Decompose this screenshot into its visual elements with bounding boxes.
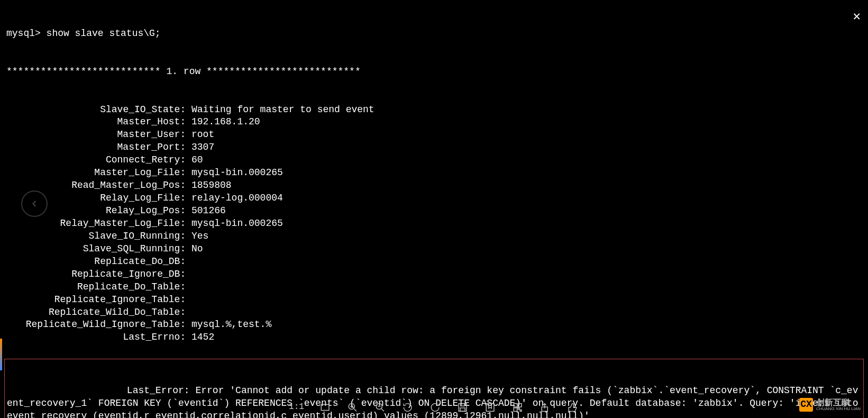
- status-label: Replicate_Wild_Do_Table:: [6, 306, 191, 319]
- status-label: Relay_Master_Log_File:: [6, 217, 191, 230]
- status-value: 60: [191, 154, 862, 167]
- mysql-prompt: mysql> show slave status\G;: [6, 28, 862, 40]
- status-value: Yes: [191, 230, 862, 243]
- status-label: Master_Host:: [6, 116, 191, 129]
- status-row: Master_Port: 3307: [6, 141, 862, 154]
- svg-rect-11: [520, 410, 522, 412]
- bookmark-icon[interactable]: [484, 401, 497, 414]
- status-row: Replicate_Ignore_DB:: [6, 268, 862, 281]
- status-value: [191, 256, 862, 268]
- status-row: Replicate_Do_Table:: [6, 281, 862, 294]
- fullscreen-icon[interactable]: [319, 401, 332, 414]
- status-row: Slave_IO_State: Waiting for master to se…: [6, 104, 862, 116]
- status-label: Replicate_Do_Table:: [6, 281, 191, 294]
- status-value: mysql-bin.000265: [191, 217, 862, 230]
- status-label: Master_Log_File:: [6, 167, 191, 179]
- status-label: Master_Port:: [6, 141, 191, 154]
- status-label: Slave_IO_State:: [6, 104, 191, 116]
- svg-rect-5: [460, 408, 465, 411]
- svg-rect-7: [514, 404, 517, 407]
- rotate-right-icon[interactable]: [429, 401, 442, 414]
- status-label: Slave_IO_Running:: [6, 230, 191, 243]
- svg-rect-4: [461, 404, 464, 406]
- status-row: Replicate_Wild_Ignore_Table: mysql.%,tes…: [6, 319, 862, 331]
- svg-rect-8: [518, 404, 522, 407]
- status-label: Replicate_Ignore_Table:: [6, 294, 191, 306]
- status-value: 501266: [191, 205, 862, 217]
- status-row: Read_Master_Log_Pos: 1859808: [6, 179, 862, 192]
- status-value: relay-log.000004: [191, 192, 862, 205]
- logo-mark: CX: [799, 398, 813, 412]
- status-row: Slave_SQL_Running: No: [6, 243, 862, 256]
- svg-rect-0: [322, 405, 330, 411]
- status-row: Relay_Log_Pos: 501266: [6, 205, 862, 217]
- share-icon[interactable]: [539, 401, 552, 414]
- status-value: [191, 281, 862, 294]
- save-icon[interactable]: [456, 401, 469, 414]
- status-label: Replicate_Wild_Ignore_Table:: [6, 319, 191, 331]
- like-icon[interactable]: [567, 401, 579, 414]
- status-value: [191, 268, 862, 281]
- image-toolbar: 1:1: [289, 401, 579, 414]
- status-row: Connect_Retry: 60: [6, 154, 862, 167]
- logo-text-main: 创新互联: [816, 398, 861, 407]
- status-value: [191, 294, 862, 306]
- status-value: 1859808: [191, 179, 862, 192]
- watermark-logo: CX 创新互联 CHUANG XIN HU LIAN: [799, 398, 861, 412]
- status-row: Last_Errno: 1452: [6, 331, 862, 344]
- status-value: mysql-bin.000265: [191, 167, 862, 179]
- status-value: Waiting for master to send event: [191, 104, 862, 116]
- status-row: Master_Host: 192.168.1.20: [6, 116, 862, 129]
- status-value: root: [191, 129, 862, 141]
- status-label: Master_User:: [6, 129, 191, 141]
- left-edge-decoration: [0, 339, 2, 370]
- status-row: Relay_Log_File: relay-log.000004: [6, 192, 862, 205]
- logo-text-sub: CHUANG XIN HU LIAN: [816, 407, 861, 412]
- zoom-in-icon[interactable]: [346, 401, 359, 414]
- status-label: Replicate_Ignore_DB:: [6, 268, 191, 281]
- status-value: mysql.%,test.%: [191, 319, 862, 331]
- rotate-left-icon[interactable]: [401, 401, 414, 414]
- status-row: Relay_Master_Log_File: mysql-bin.000265: [6, 217, 862, 230]
- prev-nav-button[interactable]: [21, 190, 48, 217]
- close-icon[interactable]: ✕: [853, 8, 861, 25]
- terminal-output: mysql> show slave status\G; ************…: [0, 0, 868, 359]
- status-value: [191, 306, 862, 319]
- status-row: Master_User: root: [6, 129, 862, 141]
- zoom-ratio: 1:1: [289, 402, 304, 413]
- status-row: Replicate_Wild_Do_Table:: [6, 306, 862, 319]
- status-value: 3307: [191, 141, 862, 154]
- svg-rect-10: [518, 408, 520, 410]
- status-row: Replicate_Do_DB:: [6, 256, 862, 268]
- status-row: Replicate_Ignore_Table:: [6, 294, 862, 306]
- status-value: 192.168.1.20: [191, 116, 862, 129]
- status-value: No: [191, 243, 862, 256]
- row-header: *************************** 1. row *****…: [6, 66, 862, 78]
- svg-rect-9: [514, 408, 517, 411]
- status-value: 1452: [191, 331, 862, 344]
- status-label: Slave_SQL_Running:: [6, 243, 191, 256]
- status-label: Last_Errno:: [6, 331, 191, 344]
- status-label: Connect_Retry:: [6, 154, 191, 167]
- status-row: Slave_IO_Running: Yes: [6, 230, 862, 243]
- status-label: Replicate_Do_DB:: [6, 256, 191, 268]
- zoom-out-icon[interactable]: [374, 401, 387, 414]
- status-row: Master_Log_File: mysql-bin.000265: [6, 167, 862, 179]
- qrcode-icon[interactable]: [511, 401, 524, 414]
